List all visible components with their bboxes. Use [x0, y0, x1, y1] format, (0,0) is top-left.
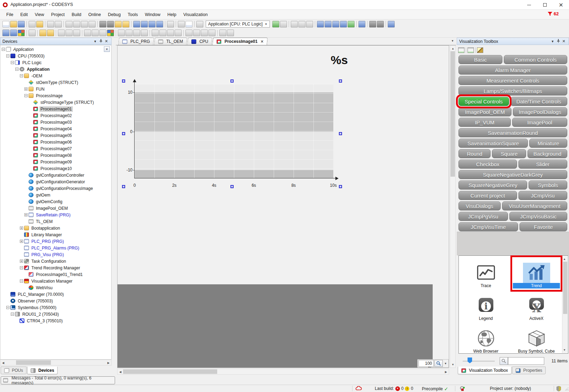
- tree-expander-icon[interactable]: −: [11, 313, 14, 316]
- editor-horizontal-scrollbar[interactable]: ◀ ▶: [117, 369, 449, 375]
- tree-item[interactable]: ProcessImage09: [0, 159, 111, 165]
- insert-table-icon[interactable]: [178, 21, 185, 28]
- tree-item[interactable]: gvlConfigurationController: [0, 172, 111, 178]
- visu-color-grid-icon[interactable]: [18, 30, 25, 36]
- category-favorite[interactable]: Favorite: [519, 222, 567, 231]
- menu-view[interactable]: View: [31, 11, 48, 18]
- find-icon[interactable]: [99, 21, 106, 28]
- delete-icon[interactable]: [89, 21, 96, 28]
- resize-grip[interactable]: [565, 387, 568, 391]
- distribute-left-icon[interactable]: [167, 30, 174, 36]
- selection-handle[interactable]: [230, 79, 234, 83]
- scroll-up-icon[interactable]: ▲: [450, 46, 456, 51]
- tree-expander-icon[interactable]: −: [24, 94, 28, 97]
- tree-item[interactable]: TL_OEM: [0, 218, 111, 225]
- category-imagepooldialogs[interactable]: ImagePoolDialogs: [513, 107, 567, 116]
- size-width-icon[interactable]: [118, 30, 125, 36]
- align-top-icon[interactable]: [84, 30, 91, 36]
- copy-paste-buffer-icon[interactable]: [36, 21, 43, 28]
- zoom-dropdown-icon[interactable]: ▼: [443, 362, 448, 365]
- toolbox-item-web-browser[interactable]: Web Browser: [462, 323, 509, 355]
- scrollbar-thumb[interactable]: [123, 369, 217, 374]
- category-imagepool-oem[interactable]: ImagePool_OEM: [458, 107, 511, 116]
- background-image-icon[interactable]: [107, 30, 114, 36]
- tree-item[interactable]: ProcessImage08: [0, 152, 111, 159]
- category-common-controls[interactable]: Common Controls: [504, 55, 567, 64]
- tree-expander-icon[interactable]: −: [20, 74, 23, 77]
- toolbox-grid-icon[interactable]: [468, 47, 474, 53]
- save-file-icon[interactable]: [18, 21, 25, 28]
- tree-item[interactable]: −ROU01_2 (705043): [0, 311, 111, 317]
- toolbox-close-icon[interactable]: ✕: [561, 39, 567, 44]
- tab-scroll-icon[interactable]: ▼: [451, 39, 454, 43]
- tree-item[interactable]: ProcessImage07: [0, 145, 111, 152]
- menu-visualization[interactable]: Visualization: [180, 11, 211, 18]
- tree-item[interactable]: +Task Configuration: [0, 258, 111, 264]
- maximize-button[interactable]: [537, 0, 553, 10]
- ungroup-icon[interactable]: [47, 30, 54, 36]
- distribute-horizontal-icon[interactable]: [152, 30, 159, 36]
- toolbox-search-button[interactable]: [500, 357, 508, 365]
- toolbox-pin-icon[interactable]: [555, 39, 561, 44]
- scroll-down-icon[interactable]: ▼: [450, 362, 456, 367]
- selection-handle[interactable]: [339, 132, 342, 135]
- category-special-controls[interactable]: Special Controls: [458, 97, 509, 106]
- tree-item[interactable]: −Application: [0, 66, 111, 72]
- toolbox-dropdown-icon[interactable]: ▼: [550, 40, 555, 43]
- icon-size-slider[interactable]: [463, 361, 495, 362]
- tree-item[interactable]: ProcessImage10: [0, 165, 111, 172]
- toggle-bookmark-icon[interactable]: [133, 21, 140, 28]
- tree-item[interactable]: +PLC_PRG (PRG): [0, 238, 111, 245]
- selection-handle[interactable]: [122, 79, 125, 83]
- item-panel-scrollbar[interactable]: ▲ ▼: [562, 256, 568, 353]
- tree-item[interactable]: −PLC Logic: [0, 59, 111, 66]
- tree-item[interactable]: ProcessImage01: [0, 106, 111, 112]
- category-saveanimationsquare[interactable]: SaveanimationSquare: [458, 139, 528, 148]
- document-tab-processimage01[interactable]: ProcessImage01✕: [212, 38, 268, 45]
- scroll-down-icon[interactable]: ▼: [562, 347, 567, 353]
- category-visudialogs[interactable]: VisuDialogs: [458, 201, 501, 210]
- select-all-icon[interactable]: [219, 30, 226, 36]
- category-jcmpvisutime[interactable]: JCmpVisuTime: [458, 222, 518, 231]
- tree-item[interactable]: ProcessImage04: [0, 125, 111, 132]
- category-alarm-manager[interactable]: Alarm Manager: [458, 66, 567, 75]
- new-visualization-icon[interactable]: [185, 21, 192, 28]
- tree-item[interactable]: −Systembus (705000): [0, 304, 111, 311]
- menu-debug[interactable]: Debug: [104, 11, 124, 18]
- tree-expander-icon[interactable]: −: [11, 61, 14, 64]
- tree-filter-dropdown[interactable]: ▼: [104, 46, 110, 52]
- tree-item[interactable]: +Bootapplication: [0, 225, 111, 231]
- refresh-icon[interactable]: [388, 21, 395, 28]
- category-jcmpvisu[interactable]: JCmpVisu: [518, 191, 567, 200]
- message-filter-indicator[interactable]: 62: [547, 11, 559, 16]
- size-both-icon[interactable]: [133, 30, 140, 36]
- category-imagepool[interactable]: ImagePool: [512, 118, 567, 127]
- send-to-back-icon[interactable]: [193, 30, 200, 36]
- tree-expander-icon[interactable]: −: [15, 68, 18, 71]
- incremental-find-icon[interactable]: [107, 21, 114, 28]
- editor-vertical-scrollbar[interactable]: ▲ ▼: [450, 45, 456, 368]
- category-squarenegativedarkgrey[interactable]: SquareNegativeDarkGrey: [458, 170, 567, 179]
- tree-item[interactable]: gvlOem: [0, 192, 111, 198]
- cut-icon[interactable]: [66, 21, 73, 28]
- tree-item[interactable]: −Application: [0, 46, 111, 53]
- tree-item[interactable]: ProcessImage05: [0, 132, 111, 139]
- bring-to-front-icon[interactable]: [185, 30, 192, 36]
- tree-item[interactable]: ImagePool_OEM: [0, 205, 111, 212]
- toolbox-customize-icon[interactable]: [477, 47, 483, 53]
- minimize-button[interactable]: [521, 0, 537, 10]
- previous-bookmark-icon[interactable]: [141, 21, 148, 28]
- document-tab-tl_oem[interactable]: TL_OEM: [154, 38, 187, 45]
- tree-item[interactable]: WebVisu: [0, 284, 111, 291]
- start-icon[interactable]: [291, 21, 298, 28]
- devices-close-icon[interactable]: ✕: [104, 39, 109, 44]
- toolbox-search-input[interactable]: [508, 357, 544, 365]
- next-bookmark-icon[interactable]: [149, 21, 155, 28]
- category-basic[interactable]: Basic: [458, 55, 502, 64]
- tree-item[interactable]: PLC_Manager (70.0000): [0, 291, 111, 298]
- align-right-icon[interactable]: [73, 30, 80, 36]
- align-left-icon[interactable]: [58, 30, 65, 36]
- align-middle-icon[interactable]: [92, 30, 99, 36]
- clear-bookmarks-icon[interactable]: [156, 21, 163, 28]
- scroll-left-icon[interactable]: ◀: [117, 369, 123, 375]
